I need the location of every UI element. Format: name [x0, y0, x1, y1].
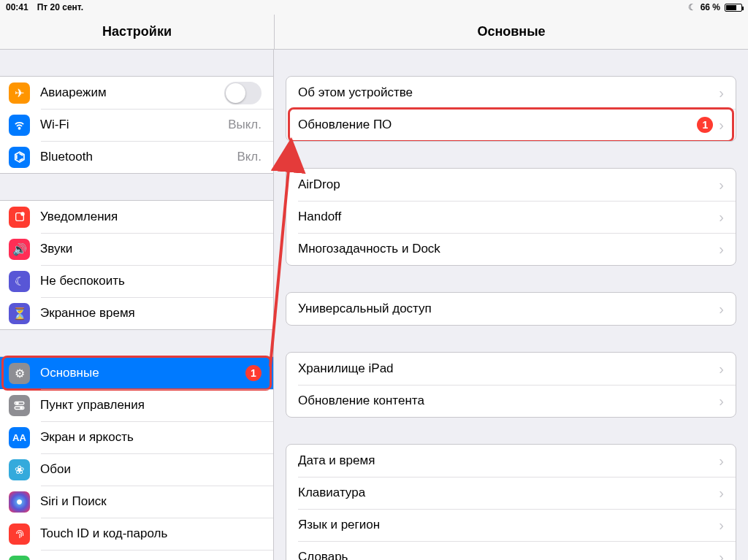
detail-item-background-refresh[interactable]: Обновление контента › [286, 385, 736, 417]
detail-item-dictionary[interactable]: Словарь › [286, 541, 736, 560]
detail-item-datetime[interactable]: Дата и время › [286, 445, 736, 477]
row-label: Обновление контента [298, 394, 713, 408]
sidebar-item-label: Touch ID и код-пароль [40, 526, 262, 541]
sidebar-item-display[interactable]: AA Экран и яркость [0, 421, 273, 453]
sidebar-item-label: Wi-Fi [40, 118, 228, 132]
detail-item-accessibility[interactable]: Универсальный доступ › [286, 293, 736, 325]
row-label: Дата и время [298, 453, 713, 468]
textsize-icon: AA [9, 427, 30, 448]
row-label: Об этом устройстве [298, 85, 713, 100]
chevron-right-icon: › [719, 210, 724, 224]
sidebar-item-label: Обои [40, 462, 262, 477]
svg-point-0 [18, 127, 20, 129]
sidebar-item-label: Авиарежим [40, 85, 224, 100]
siri-icon: ● [9, 491, 30, 513]
badge: 1 [245, 365, 262, 381]
sounds-icon: 🔊 [9, 239, 30, 260]
moon-icon: ☾ [9, 271, 30, 292]
sidebar-item-sounds[interactable]: 🔊 Звуки [0, 233, 273, 265]
sidebar-item-label: Экран и яркость [40, 430, 262, 445]
hourglass-icon: ⏳ [9, 303, 30, 324]
sidebar-item-battery[interactable]: Аккумулятор [0, 550, 273, 560]
row-label: Язык и регион [298, 518, 713, 532]
chevron-right-icon: › [719, 118, 724, 132]
row-label: Универсальный доступ [298, 302, 713, 316]
fingerprint-icon [9, 523, 30, 545]
detail-item-keyboard[interactable]: Клавиатура › [286, 477, 736, 509]
wifi-value: Выкл. [228, 118, 262, 132]
chevron-right-icon: › [719, 453, 724, 468]
svg-point-6 [20, 407, 23, 409]
sidebar-item-label: Основные [40, 366, 245, 380]
airplane-toggle[interactable] [224, 82, 262, 104]
sidebar-item-wallpaper[interactable]: ❀ Обои [0, 453, 273, 486]
detail-item-language[interactable]: Язык и регион › [286, 509, 736, 541]
chevron-right-icon: › [719, 518, 724, 532]
chevron-right-icon: › [719, 550, 724, 560]
bluetooth-value: Вкл. [237, 150, 262, 164]
chevron-right-icon: › [719, 394, 724, 408]
battery-icon [725, 4, 742, 12]
sidebar-item-notifications[interactable]: Уведомления [0, 201, 273, 233]
row-label: Многозадачность и Dock [298, 242, 713, 256]
sidebar-item-siri[interactable]: ● Siri и Поиск [0, 486, 273, 518]
sidebar-item-label: Звуки [40, 242, 262, 256]
notifications-icon [9, 207, 30, 228]
status-battery-pct: 66 % [701, 2, 720, 12]
sidebar-item-controlcenter[interactable]: Пункт управления [0, 389, 273, 421]
svg-point-5 [16, 402, 18, 404]
detail-item-software-update[interactable]: Обновление ПО 1 › [286, 109, 736, 141]
svg-point-2 [20, 212, 24, 215]
gear-icon: ⚙ [9, 363, 30, 384]
detail-pane[interactable]: Об этом устройстве › Обновление ПО 1 › A… [274, 50, 748, 560]
sidebar-item-label: Bluetooth [40, 150, 237, 164]
wallpaper-icon: ❀ [9, 459, 30, 480]
sidebar-item-wifi[interactable]: Wi-Fi Выкл. [0, 109, 273, 141]
sidebar-item-label: Экранное время [40, 306, 262, 321]
detail-title: Основные [274, 15, 748, 49]
chevron-right-icon: › [719, 242, 724, 256]
chevron-right-icon: › [719, 85, 724, 100]
row-label: Handoff [298, 210, 713, 224]
detail-item-handoff[interactable]: Handoff › [286, 201, 736, 233]
sidebar-item-general[interactable]: ⚙ Основные 1 [0, 357, 273, 389]
chevron-right-icon: › [719, 177, 724, 192]
detail-item-storage[interactable]: Хранилище iPad › [286, 353, 736, 385]
sidebar-item-label: Пункт управления [40, 398, 262, 413]
sidebar-title: Настройки [0, 15, 274, 49]
sidebar-item-bluetooth[interactable]: ⌬ Bluetooth Вкл. [0, 141, 273, 173]
row-label: Клавиатура [298, 486, 713, 500]
switches-icon [9, 395, 30, 416]
row-label: Обновление ПО [298, 118, 697, 132]
sidebar-item-label: Не беспокоить [40, 274, 262, 288]
bluetooth-icon: ⌬ [9, 147, 30, 168]
sidebar-item-airplane[interactable]: ✈ Авиарежим [0, 77, 273, 109]
status-bar: 00:41 Пт 20 сент. ☾ 66 % [0, 0, 748, 15]
chevron-right-icon: › [719, 361, 724, 376]
chevron-right-icon: › [719, 486, 724, 500]
sidebar[interactable]: ✈ Авиарежим Wi-Fi Выкл. ⌬ Bluetooth Вкл. [0, 50, 274, 560]
row-label: AirDrop [298, 177, 713, 192]
badge: 1 [697, 117, 713, 133]
moon-icon: ☾ [688, 2, 696, 12]
detail-item-airdrop[interactable]: AirDrop › [286, 169, 736, 201]
sidebar-item-dnd[interactable]: ☾ Не беспокоить [0, 265, 273, 297]
detail-item-multitasking[interactable]: Многозадачность и Dock › [286, 233, 736, 265]
status-date: Пт 20 сент. [37, 2, 83, 12]
row-label: Хранилище iPad [298, 361, 713, 376]
sidebar-item-label: Siri и Поиск [40, 494, 262, 509]
airplane-icon: ✈ [9, 83, 30, 104]
sidebar-item-label: Уведомления [40, 210, 262, 224]
detail-item-about[interactable]: Об этом устройстве › [286, 77, 736, 109]
chevron-right-icon: › [719, 302, 724, 316]
sidebar-item-screentime[interactable]: ⏳ Экранное время [0, 297, 273, 329]
row-label: Словарь [298, 550, 713, 560]
status-time: 00:41 [6, 2, 28, 12]
header: Настройки Основные [0, 15, 748, 50]
sidebar-item-touchid[interactable]: Touch ID и код-пароль [0, 518, 273, 550]
wifi-icon [9, 115, 30, 136]
battery-icon [9, 556, 30, 561]
